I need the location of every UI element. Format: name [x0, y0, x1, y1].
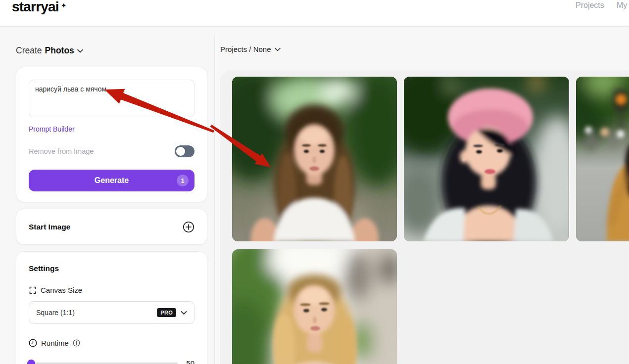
- nav-projects-link[interactable]: Projects: [576, 1, 604, 10]
- nav-my-creations-link[interactable]: My C: [617, 1, 629, 10]
- remove-from-image-label: Remove from Image: [29, 147, 94, 155]
- start-image-card[interactable]: Start Image: [16, 209, 207, 245]
- runtime-row: Runtime: [29, 339, 194, 347]
- breadcrumb-text: Projects / None: [220, 45, 271, 53]
- pro-badge: PRO: [157, 308, 176, 317]
- settings-card: Settings Canvas Size Square (1:1) PRO Ru…: [16, 251, 207, 364]
- remove-from-image-toggle[interactable]: [175, 145, 194, 157]
- canvas-size-row: Canvas Size: [29, 286, 194, 294]
- runtime-slider[interactable]: [29, 363, 178, 364]
- chevron-down-icon: [77, 49, 83, 53]
- settings-title: Settings: [29, 264, 194, 273]
- info-icon[interactable]: [73, 339, 80, 347]
- create-mode-selector[interactable]: Create Photos: [16, 46, 83, 56]
- canvas-size-dropdown[interactable]: Square (1:1) PRO: [29, 301, 194, 324]
- breadcrumb[interactable]: Projects / None: [220, 45, 281, 53]
- canvas-size-value: Square (1:1): [36, 309, 75, 317]
- photo-illustration: [232, 249, 397, 364]
- prompt-card: нарисуй льва с мячом Prompt Builder Remo…: [16, 67, 207, 202]
- top-header: starryai✦ Projects My C: [0, 0, 629, 27]
- prompt-builder-link[interactable]: Prompt Builder: [29, 125, 75, 133]
- photo-illustration: [404, 77, 569, 241]
- create-mode-value: Photos: [45, 46, 74, 56]
- generated-image-3[interactable]: [576, 77, 629, 241]
- photo-illustration: [232, 77, 397, 241]
- canvas-size-label: Canvas Size: [41, 286, 82, 294]
- app-logo[interactable]: starryai✦: [12, 0, 64, 15]
- chevron-down-icon: [275, 47, 281, 51]
- photo-illustration: [576, 77, 629, 241]
- remove-from-image-row: Remove from Image: [29, 145, 194, 157]
- toggle-knob: [176, 147, 185, 156]
- generated-image-1[interactable]: [232, 77, 397, 241]
- logo-text: starryai: [12, 0, 59, 14]
- chevron-down-icon: [181, 311, 187, 315]
- gallery-panel: [220, 71, 629, 364]
- generated-image-2[interactable]: [404, 77, 569, 241]
- runtime-slider-row: 50: [29, 359, 194, 364]
- generate-button[interactable]: Generate 1: [29, 170, 194, 191]
- plus-circle-icon[interactable]: [183, 221, 194, 233]
- slider-knob[interactable]: [27, 360, 35, 364]
- column-divider: [214, 37, 215, 364]
- runtime-value: 50: [184, 359, 194, 364]
- clock-icon: [29, 339, 37, 347]
- runtime-label: Runtime: [41, 339, 69, 347]
- prompt-input[interactable]: нарисуй льва с мячом: [29, 80, 194, 117]
- sparkle-icon: ✦: [61, 1, 66, 9]
- credit-count-badge: 1: [177, 175, 189, 186]
- start-image-title: Start Image: [29, 223, 70, 231]
- generate-label: Generate: [95, 176, 129, 184]
- create-mode-prefix: Create: [16, 46, 42, 56]
- canvas-size-icon: [29, 286, 37, 294]
- generated-image-4[interactable]: [232, 249, 397, 364]
